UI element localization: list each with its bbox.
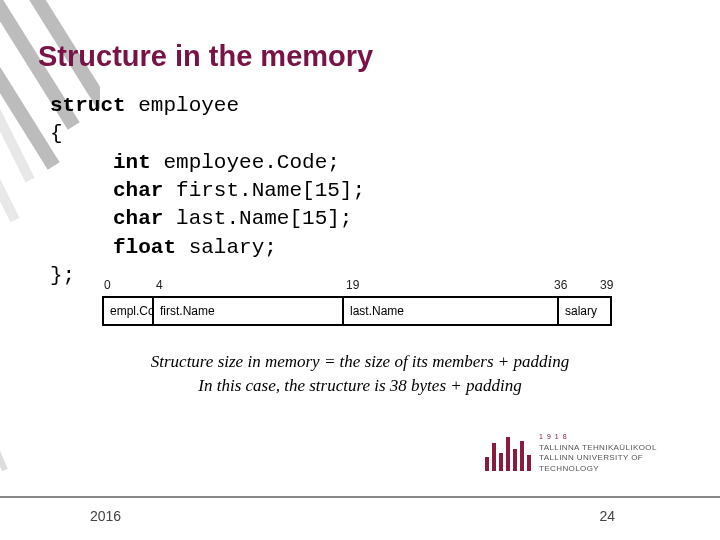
logo-year: 1918 xyxy=(539,432,690,441)
memory-cell: salary xyxy=(559,298,614,324)
byte-offsets: 0 4 19 36 39 xyxy=(102,278,612,296)
offset-value: 19 xyxy=(346,278,359,292)
footer-divider xyxy=(0,496,720,498)
logo-line: TALLINNA TEHNIKAÜLIKOOL xyxy=(539,443,690,453)
code-text: last.Name[15]; xyxy=(163,207,352,230)
memory-layout: 0 4 19 36 39 empl.Co first.Name last.Nam… xyxy=(102,278,612,326)
memory-cell: first.Name xyxy=(154,298,344,324)
logo-line: TALLINN UNIVERSITY OF TECHNOLOGY xyxy=(539,453,690,474)
offset-value: 0 xyxy=(104,278,111,292)
slide-title: Structure in the memory xyxy=(38,40,373,73)
code-text: employee xyxy=(126,94,239,117)
code-text: employee.Code; xyxy=(151,151,340,174)
code-block: struct employee { int employee.Code; cha… xyxy=(50,92,365,290)
memory-cell: last.Name xyxy=(344,298,559,324)
explanation-line: In this case, the structure is 38 bytes … xyxy=(0,374,720,398)
explanation-text: Structure size in memory = the size of i… xyxy=(0,350,720,398)
code-text: { xyxy=(50,122,63,145)
code-keyword: char xyxy=(50,179,163,202)
code-text: first.Name[15]; xyxy=(163,179,365,202)
memory-row: empl.Co first.Name last.Name salary xyxy=(102,296,612,326)
explanation-line: Structure size in memory = the size of i… xyxy=(0,350,720,374)
code-keyword: struct xyxy=(50,94,126,117)
code-keyword: float xyxy=(50,236,176,259)
logo-text: 1918 TALLINNA TEHNIKAÜLIKOOL TALLINN UNI… xyxy=(539,432,690,474)
memory-cell: empl.Co xyxy=(104,298,154,324)
page-number: 24 xyxy=(599,508,615,524)
logo-bars-icon xyxy=(485,435,531,471)
code-keyword: int xyxy=(50,151,151,174)
code-keyword: char xyxy=(50,207,163,230)
university-logo: 1918 TALLINNA TEHNIKAÜLIKOOL TALLINN UNI… xyxy=(485,431,690,475)
code-text: }; xyxy=(50,264,75,287)
offset-value: 4 xyxy=(156,278,163,292)
offset-value: 36 xyxy=(554,278,567,292)
offset-value: 39 xyxy=(600,278,613,292)
code-text: salary; xyxy=(176,236,277,259)
footer-year: 2016 xyxy=(90,508,121,524)
